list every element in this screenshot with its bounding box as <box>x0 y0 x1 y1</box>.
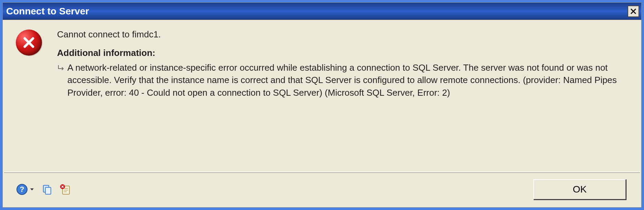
help-dropdown-arrow[interactable] <box>30 187 34 192</box>
close-button[interactable] <box>628 5 639 17</box>
document-error-icon <box>59 183 71 196</box>
dialog-title: Connect to Server <box>3 6 89 17</box>
copy-button[interactable] <box>41 183 53 196</box>
help-button[interactable]: ? <box>16 183 28 196</box>
ok-button[interactable]: OK <box>533 179 626 200</box>
svg-rect-3 <box>45 187 51 194</box>
icon-column <box>16 28 50 167</box>
additional-info-heading: Additional information: <box>57 47 628 59</box>
dialog-body: Cannot connect to fimdc1. Additional inf… <box>3 20 641 167</box>
help-icon: ? <box>16 183 28 196</box>
main-message: Cannot connect to fimdc1. <box>57 28 628 40</box>
detail-message: A network-related or instance-specific e… <box>67 61 628 99</box>
message-column: Cannot connect to fimdc1. Additional inf… <box>50 28 628 167</box>
error-icon <box>16 30 42 56</box>
tree-branch-icon <box>57 61 67 76</box>
ok-button-label: OK <box>573 184 587 195</box>
dialog-footer: ? <box>3 173 641 207</box>
show-details-button[interactable] <box>59 183 71 196</box>
footer-icon-group: ? <box>16 183 71 196</box>
svg-text:?: ? <box>20 185 24 194</box>
titlebar: Connect to Server <box>3 3 641 20</box>
copy-icon <box>41 183 53 196</box>
close-icon <box>630 8 637 15</box>
detail-row: A network-related or instance-specific e… <box>57 61 628 99</box>
chevron-down-icon <box>30 187 34 192</box>
error-dialog: Connect to Server Cannot connect to fimd… <box>2 2 642 208</box>
